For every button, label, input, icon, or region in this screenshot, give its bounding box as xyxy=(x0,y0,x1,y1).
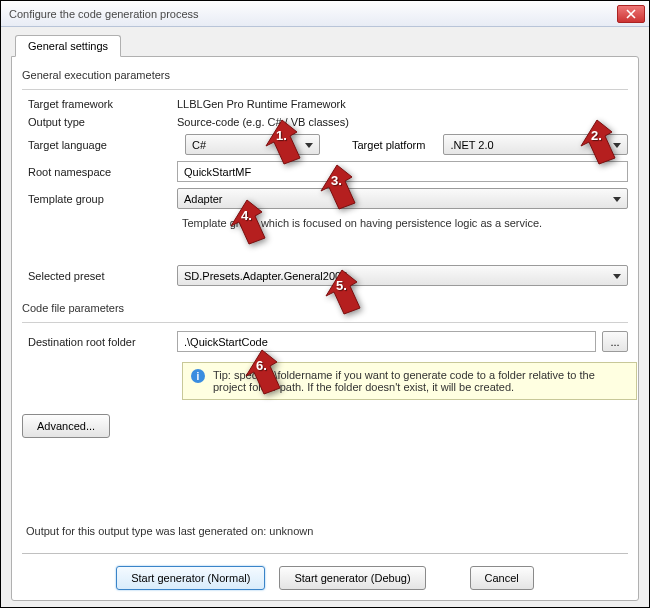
row-template-group: Template group Adapter xyxy=(22,188,628,209)
dropdown-selected-preset[interactable]: SD.Presets.Adapter.General2005 xyxy=(177,265,628,286)
divider xyxy=(22,89,628,90)
row-language-platform: Target language C# Target platform .NET … xyxy=(22,134,628,155)
start-normal-label: Start generator (Normal) xyxy=(131,572,250,584)
tip-box: i Tip: specify .\foldername if you want … xyxy=(182,362,637,400)
divider xyxy=(22,553,628,554)
label-template-group: Template group xyxy=(22,193,177,205)
start-debug-label: Start generator (Debug) xyxy=(294,572,410,584)
info-icon: i xyxy=(191,369,205,383)
dropdown-target-language[interactable]: C# xyxy=(185,134,320,155)
advanced-wrap: Advanced... xyxy=(22,414,628,438)
label-dest-folder: Destination root folder xyxy=(22,336,177,348)
browse-folder-button[interactable]: ... xyxy=(602,331,628,352)
row-root-namespace: Root namespace QuickStartMF xyxy=(22,161,628,182)
group-code-file-params: Code file parameters xyxy=(22,302,628,314)
input-root-namespace[interactable]: QuickStartMF xyxy=(177,161,628,182)
advanced-button-label: Advanced... xyxy=(37,420,95,432)
row-selected-preset: Selected preset SD.Presets.Adapter.Gener… xyxy=(22,265,628,286)
footer-buttons: Start generator (Normal) Start generator… xyxy=(22,560,628,592)
close-icon xyxy=(626,9,636,19)
input-dest-folder-value: .\QuickStartCode xyxy=(184,336,268,348)
tip-text: Tip: specify .\foldername if you want to… xyxy=(213,369,628,393)
label-output-type: Output type xyxy=(22,116,177,128)
dropdown-template-group-value: Adapter xyxy=(184,193,223,205)
template-group-hint: Template group which is focused on havin… xyxy=(182,217,628,261)
row-dest-folder: Destination root folder .\QuickStartCode… xyxy=(22,331,628,352)
output-status-line: Output for this output type was last gen… xyxy=(26,525,624,537)
label-target-platform: Target platform xyxy=(328,139,435,151)
label-selected-preset: Selected preset xyxy=(22,270,177,282)
close-button[interactable] xyxy=(617,5,645,23)
dropdown-selected-preset-value: SD.Presets.Adapter.General2005 xyxy=(184,270,347,282)
group-execution-params: General execution parameters xyxy=(22,69,628,81)
dialog-window: Configure the code generation process Ge… xyxy=(0,0,650,608)
input-root-namespace-value: QuickStartMF xyxy=(184,166,251,178)
label-target-framework: Target framework xyxy=(22,98,177,110)
start-generator-normal-button[interactable]: Start generator (Normal) xyxy=(116,566,265,590)
advanced-button[interactable]: Advanced... xyxy=(22,414,110,438)
spacer xyxy=(22,438,628,515)
dialog-body: General settings General execution param… xyxy=(1,27,649,607)
cancel-button[interactable]: Cancel xyxy=(470,566,534,590)
row-target-framework: Target framework LLBLGen Pro Runtime Fra… xyxy=(22,98,628,110)
browse-button-label: ... xyxy=(610,336,619,348)
dropdown-target-platform[interactable]: .NET 2.0 xyxy=(443,134,628,155)
cancel-label: Cancel xyxy=(485,572,519,584)
dropdown-template-group[interactable]: Adapter xyxy=(177,188,628,209)
label-target-language: Target language xyxy=(22,139,177,151)
value-target-framework: LLBLGen Pro Runtime Framework xyxy=(177,98,628,110)
window-title: Configure the code generation process xyxy=(5,8,617,20)
start-generator-debug-button[interactable]: Start generator (Debug) xyxy=(279,566,425,590)
settings-panel: General execution parameters Target fram… xyxy=(11,56,639,601)
tab-general-settings[interactable]: General settings xyxy=(15,35,121,57)
value-output-type: Source-code (e.g. C# / VB classes) xyxy=(177,116,628,128)
dropdown-target-language-value: C# xyxy=(192,139,206,151)
dropdown-target-platform-value: .NET 2.0 xyxy=(450,139,493,151)
divider xyxy=(22,322,628,323)
titlebar: Configure the code generation process xyxy=(1,1,649,27)
input-dest-folder[interactable]: .\QuickStartCode xyxy=(177,331,596,352)
row-output-type: Output type Source-code (e.g. C# / VB cl… xyxy=(22,116,628,128)
label-root-namespace: Root namespace xyxy=(22,166,177,178)
tab-row: General settings xyxy=(11,35,639,57)
